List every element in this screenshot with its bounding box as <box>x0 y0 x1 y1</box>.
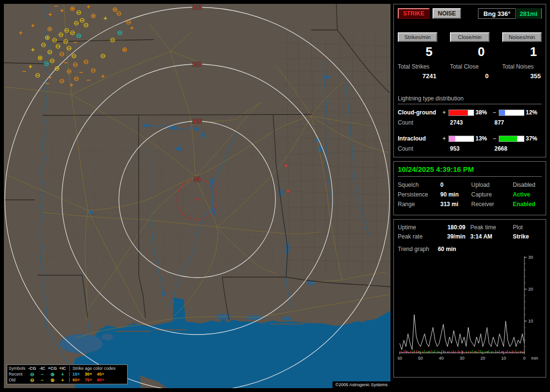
minus-sign: − <box>492 135 497 142</box>
status-row: Persistence 90 min Capture Active <box>398 190 542 199</box>
status-row: Range 313 mi Receiver Enabled <box>398 199 542 209</box>
intracloud-label: Intracloud <box>398 135 441 142</box>
total-close-value: 0 <box>450 72 490 80</box>
legend-col-pos-cg: +CG <box>47 366 58 371</box>
persistence-value: 90 min <box>440 191 471 198</box>
status-panel: 10/24/2025 4:39:16 PM Squelch 0 Upload D… <box>393 161 546 215</box>
distribution-title: Lightning type distribution <box>398 95 542 104</box>
ring-label-313: 313 <box>193 4 202 10</box>
stats-panel: STRIKE NOISE Bng 336° 281mi Strikes/min … <box>393 4 546 157</box>
svg-text:40: 40 <box>439 356 444 361</box>
cg-positive-pct: 38% <box>476 109 492 116</box>
ic-negative-pct: 37% <box>526 135 542 142</box>
svg-text:20: 20 <box>480 356 485 361</box>
strikes-column: Strikes/min 5 Total Strikes 7241 <box>398 32 437 80</box>
cg-negative-bar <box>499 110 524 116</box>
cloud-ground-label: Cloud-ground <box>398 109 441 116</box>
cloud-ground-row: Cloud-ground + 38% − 12% <box>398 107 542 118</box>
status-row: Squelch 0 Upload Disabled <box>398 180 542 190</box>
map-legend: Symbols -CG -IC +CG +IC Strike age color… <box>7 364 128 384</box>
total-strikes-label: Total Strikes <box>398 63 437 70</box>
legend-age-code: 45+ <box>97 372 104 377</box>
receiver-value: Enabled <box>513 201 542 208</box>
close-per-min-value: 0 <box>450 44 490 59</box>
svg-text:20: 20 <box>528 287 533 292</box>
strikes-per-min-value: 5 <box>398 44 437 59</box>
count-label: Count <box>398 145 442 152</box>
peak-time-label: Peak time <box>470 224 513 231</box>
trend-header: Trend graph 60 min <box>398 246 542 252</box>
total-strikes-value: 7241 <box>398 72 437 80</box>
peak-time-value: 3:14 AM <box>470 233 513 240</box>
map-canvas: 313 219 125 31 <box>4 4 391 388</box>
ic-negative-count: 2668 <box>491 145 507 152</box>
plus-sign: + <box>441 109 447 116</box>
legend-symbol-icon: + <box>58 372 68 377</box>
session-panel: Uptime 180:09 Peak time Plot Peak rate 3… <box>393 219 546 378</box>
uptime-label: Uptime <box>398 224 439 231</box>
session-row: Uptime 180:09 Peak time Plot <box>398 223 542 232</box>
trend-graph-label: Trend graph <box>398 246 429 252</box>
legend-age-code: 15+ <box>72 372 80 377</box>
upload-label: Upload <box>471 182 513 188</box>
peak-rate-label: Peak rate <box>398 233 439 240</box>
lightning-map[interactable]: 313 219 125 31 Symbols -CG -IC +CG +IC S… <box>4 4 391 388</box>
legend-symbol-icon: − <box>37 378 47 383</box>
legend-age-code: 90+ <box>97 378 104 382</box>
bearing-range-display: Bng 336° 281mi <box>478 8 542 19</box>
uptime-value: 180:09 <box>439 224 470 231</box>
intracloud-row: Intracloud + 13% − 37% <box>398 133 542 144</box>
cg-negative-pct: 12% <box>526 109 542 116</box>
legend-col-neg-ic: -IC <box>37 366 47 371</box>
range-setting-value: 313 mi <box>440 201 471 208</box>
capture-value: Active <box>513 191 542 198</box>
legend-col-pos-ic: +IC <box>58 366 68 371</box>
legend-row-recent: Recent ⊖−⊕+ 15+30+45+ <box>9 371 126 377</box>
cg-positive-count: 2743 <box>442 119 491 126</box>
close-per-min-button[interactable]: Close/min <box>450 32 490 42</box>
legend-age-code: 60+ <box>72 378 80 382</box>
svg-text:30: 30 <box>528 255 533 260</box>
session-row: Peak rate 39/min 3:14 AM Strike <box>398 232 542 241</box>
legend-symbol-icon: ⊕ <box>47 372 58 377</box>
noises-column: Noises/min 1 Total Noises 355 <box>502 32 542 80</box>
svg-text:10: 10 <box>501 356 506 361</box>
noises-per-min-value: 1 <box>502 44 542 59</box>
legend-symbol-icon: ⊖ <box>27 372 37 377</box>
svg-text:0: 0 <box>523 356 525 361</box>
trend-window-value: 60 min <box>438 246 456 252</box>
trend-graph: 1020306050403020100min <box>398 254 542 367</box>
svg-text:30: 30 <box>460 356 464 361</box>
ic-positive-bar <box>449 136 474 142</box>
ring-label-125: 125 <box>193 118 202 124</box>
range-value: 281mi <box>515 8 541 19</box>
plot-value: Strike <box>513 233 542 240</box>
datetime-display: 10/24/2025 4:39:16 PM <box>398 165 542 177</box>
legend-symbol-icon: ⊕ <box>47 378 58 383</box>
noises-per-min-button[interactable]: Noises/min <box>502 32 542 42</box>
copyright-notice: ©2005 Astrogenic Systems <box>333 381 391 388</box>
legend-age-header: Strike age color codes <box>69 366 126 371</box>
count-label: Count <box>398 119 442 126</box>
strikes-per-min-button[interactable]: Strikes/min <box>398 32 437 42</box>
svg-text:10: 10 <box>528 319 533 323</box>
total-close-label: Total Close <box>450 63 490 70</box>
minus-sign: − <box>492 109 497 116</box>
squelch-label: Squelch <box>398 182 440 188</box>
upload-value: Disabled <box>513 182 542 188</box>
rate-columns: Strikes/min 5 Total Strikes 7241 Close/m… <box>398 32 542 80</box>
persistence-label: Persistence <box>398 191 440 198</box>
svg-text:60: 60 <box>398 356 402 361</box>
legend-age-code: 75+ <box>85 378 92 382</box>
strike-toggle-button[interactable]: STRIKE <box>398 8 430 19</box>
cg-negative-count: 877 <box>491 119 504 126</box>
legend-symbol-icon: − <box>37 372 47 377</box>
ic-positive-count: 953 <box>442 145 491 152</box>
peak-rate-value: 39/min <box>439 233 470 240</box>
receiver-label: Receiver <box>471 201 513 208</box>
close-column: Close/min 0 Total Close 0 <box>450 32 490 80</box>
svg-text:50: 50 <box>418 356 423 361</box>
noise-toggle-button[interactable]: NOISE <box>433 8 461 19</box>
legend-header: Symbols -CG -IC +CG +IC Strike age color… <box>9 365 126 371</box>
squelch-value: 0 <box>440 182 471 188</box>
